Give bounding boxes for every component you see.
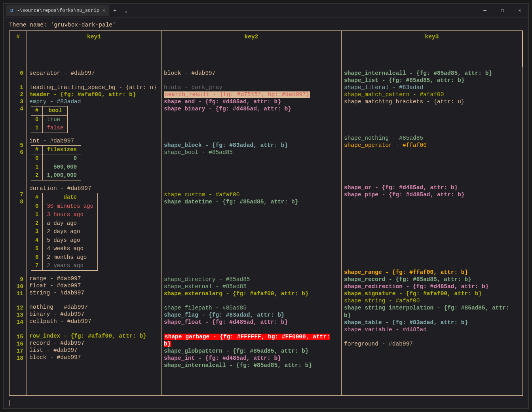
- bool-0-i: 0: [31, 115, 43, 124]
- tab-title: ~\source\repos\forks\nu_scrip: [17, 8, 99, 13]
- k1-header: header - {fg: #afaf00, attr: b}: [29, 91, 158, 98]
- k3-shape-string: shape_string - #afaf00: [344, 297, 519, 304]
- theme-name: gruvbox-dark-pale: [54, 22, 112, 28]
- new-tab-button[interactable]: +: [109, 5, 120, 16]
- k2-shape-garbage: shape_garbage - {fg: #FFFFFF, bg: #FF000…: [164, 334, 330, 347]
- theme-prefix: Theme name: ': [9, 22, 54, 28]
- idx-15: 15: [12, 333, 23, 340]
- idx-6: 6: [12, 149, 23, 156]
- date-0-i: 0: [31, 202, 43, 211]
- k1-record: record - #dab997: [29, 340, 158, 347]
- k3-shape-list: shape_list - {fg: #85ad85, attr: b}: [344, 77, 519, 84]
- k2-shape-internalcall: shape_internalcall - {fg: #85ad85, attr:…: [164, 362, 338, 369]
- tab-close-icon[interactable]: ✕: [103, 8, 105, 13]
- terminal-content[interactable]: Theme name: 'gruvbox-dark-pale' # key1 k…: [4, 18, 528, 408]
- idx-17: 17: [12, 347, 23, 355]
- k3-shape-pipe: shape_pipe - {fg: #d485ad, attr: b}: [344, 191, 519, 198]
- k1-int: int - #dab997: [29, 137, 158, 144]
- idx-7: 7: [12, 191, 23, 198]
- k1-string: string - #dab997: [29, 289, 158, 296]
- fs-0-i: 0: [31, 154, 43, 163]
- k2-shape-and: shape_and - {fg: #d485ad, attr: b}: [164, 98, 338, 105]
- idx-1: 1: [12, 84, 23, 91]
- maximize-button[interactable]: ▢: [494, 4, 511, 17]
- date-4-i: 4: [31, 236, 43, 245]
- k3-shape-string-interp: shape_string_interpolation - {fg: #85ad8…: [344, 304, 519, 319]
- k1-leading-trailing: leading_trailing_space_bg - {attr: n}: [29, 84, 158, 91]
- date-2-v: a day ago: [43, 219, 97, 228]
- fs-0-v: 0: [43, 154, 81, 163]
- idx-9: 9: [12, 276, 23, 283]
- date-h-idx: #: [31, 193, 43, 202]
- k1-range: range - #dab997: [29, 275, 158, 282]
- k3-shape-record: shape_record - {fg: #85ad85, attr: b}: [344, 276, 519, 283]
- k2-shape-directory: shape_directory - #85ad85: [164, 276, 338, 283]
- theme-suffix: ': [112, 22, 116, 28]
- k2-shape-filepath: shape_filepath - #85ad85: [164, 304, 338, 311]
- idx-12: 12: [12, 304, 23, 311]
- prompt-line[interactable]: [9, 396, 523, 406]
- k2-shape-bool: shape_bool - #85ad85: [164, 149, 338, 156]
- k1-binary: binary - #dab997: [29, 311, 158, 318]
- idx-5: 5: [12, 142, 23, 149]
- date-1-v: 3 hours ago: [43, 211, 97, 219]
- idx-4: 4: [12, 105, 23, 112]
- date-h-val: date: [43, 193, 97, 202]
- terminal-tab[interactable]: ⧉ ~\source\repos\forks\nu_scrip ✕: [6, 5, 109, 16]
- close-window-button[interactable]: ✕: [511, 4, 528, 17]
- bool-h-idx: #: [31, 106, 43, 115]
- k2-shape-flag: shape_flag - {fg: #83adad, attr: b}: [164, 311, 338, 319]
- date-1-i: 1: [31, 211, 43, 219]
- date-3-v: 2 days ago: [43, 228, 97, 236]
- fs-2-i: 2: [31, 171, 43, 180]
- date-4-v: 5 days ago: [43, 236, 97, 245]
- k3-shape-redirection: shape_redirection - {fg: #d485ad, attr: …: [344, 283, 519, 290]
- idx-0: 0: [12, 70, 23, 77]
- idx-13: 13: [12, 311, 23, 319]
- idx-14: 14: [12, 319, 23, 326]
- cursor-icon: [9, 400, 10, 406]
- k3-shape-internalcall: shape_internalcall - {fg: #85ad85, attr:…: [344, 70, 519, 77]
- key1-column: separator - #dab997 leading_trailing_spa…: [27, 67, 162, 395]
- k2-shape-datetime: shape_datetime - {fg: #85ad85, attr: b}: [164, 198, 338, 205]
- k2-shape-int: shape_int - {fg: #d485ad, attr: b}: [164, 355, 338, 362]
- bool-h-val: bool: [43, 106, 68, 115]
- k3-shape-signature: shape_signature - {fg: #afaf00, attr: b}: [344, 290, 519, 297]
- fs-h-val: filesizes: [43, 146, 81, 154]
- k1-separator: separator - #dab997: [29, 70, 158, 77]
- index-column: 0 1 2 3 4 5 6 7 8 9 10 11 12 13 14: [10, 67, 27, 395]
- date-5-v: 4 weeks ago: [43, 245, 97, 253]
- date-2-i: 2: [31, 219, 43, 228]
- k2-shape-external: shape_external - #85ad85: [164, 283, 338, 290]
- fs-2-v: 1,000,000: [43, 171, 81, 180]
- idx-18: 18: [12, 355, 23, 362]
- theme-name-line: Theme name: 'gruvbox-dark-pale': [9, 22, 523, 28]
- powershell-icon: ⧉: [10, 8, 13, 13]
- k1-float: float - #dab997: [29, 282, 158, 289]
- k2-shape-externalarg: shape_externalarg - {fg: #afaf00, attr: …: [164, 290, 338, 297]
- filesize-table: #filesizes 00 1500,000 21,000,000: [31, 145, 81, 180]
- theme-table: # key1 key2 key3 0 1 2 3 4 5 6 7 8 9 10: [9, 30, 523, 396]
- k1-duration: duration - #dab997: [29, 185, 158, 192]
- bool-0-v: true: [43, 115, 68, 124]
- titlebar: ⧉ ~\source\repos\forks\nu_scrip ✕ + ⌄ ― …: [4, 4, 528, 18]
- fs-1-v: 500,000: [43, 163, 81, 172]
- k3-shape-or: shape_or - {fg: #d485ad, attr: b}: [344, 184, 519, 191]
- terminal-window: ⧉ ~\source\repos\forks\nu_scrip ✕ + ⌄ ― …: [3, 3, 529, 409]
- header-key3: key3: [342, 31, 522, 67]
- k3-shape-literal: shape_literal - #83adad: [344, 84, 519, 91]
- k3-shape-table: shape_table - {fg: #83adad, attr: b}: [344, 319, 519, 326]
- k2-shape-block: shape_block - {fg: #83adad, attr: b}: [164, 142, 338, 149]
- date-0-v: 30 minutes ago: [43, 202, 97, 211]
- idx-10: 10: [12, 283, 23, 290]
- k2-search-result: search_result - {fg: #d75f5f, bg: #dab99…: [164, 91, 310, 98]
- date-5-i: 5: [31, 245, 43, 253]
- fs-h-idx: #: [31, 146, 43, 154]
- date-7-v: 2 years ago: [43, 262, 97, 270]
- k3-shape-variable: shape_variable - #d485ad: [344, 326, 519, 333]
- date-3-i: 3: [31, 228, 43, 236]
- fs-1-i: 1: [31, 163, 43, 172]
- tab-dropdown-button[interactable]: ⌄: [120, 5, 131, 16]
- minimize-button[interactable]: ―: [476, 4, 494, 17]
- idx-16: 16: [12, 340, 23, 347]
